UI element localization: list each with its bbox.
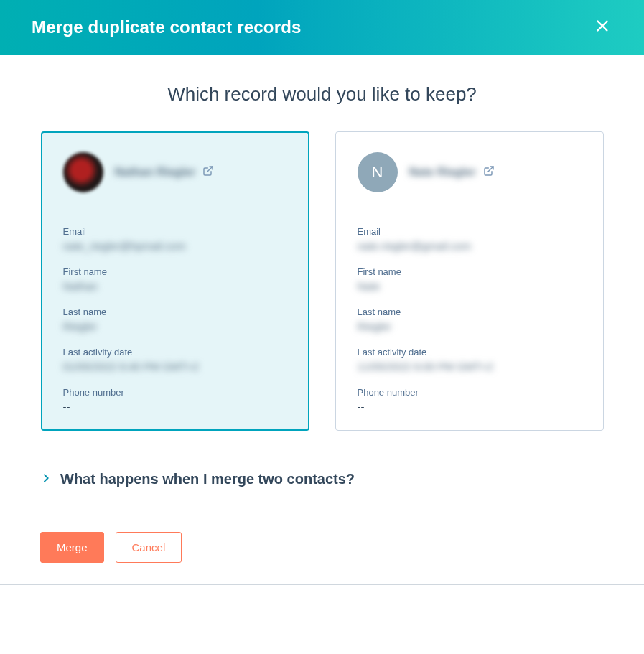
field-label-phone: Phone number [63, 387, 287, 398]
contact-name: Nathan Riegler [115, 166, 196, 179]
close-button[interactable] [592, 17, 612, 37]
record-card-primary[interactable]: Nathan Riegler Email nate_riegler@hpmail… [41, 131, 309, 431]
record-card-secondary[interactable]: N Nate Riegler Email nate.riegl [335, 131, 604, 431]
field-label-first-name: First name [63, 266, 287, 277]
field-value-first-name: Nate [358, 280, 582, 292]
field-value-phone: -- [63, 401, 287, 413]
dialog-header: Merge duplicate contact records [0, 0, 644, 55]
field-value-last-activity: 01/05/2022 6:40 PM GMT+2 [63, 360, 287, 373]
accordion-toggle[interactable]: What happens when I merge two contacts? [40, 471, 604, 487]
chevron-right-icon [40, 472, 52, 487]
avatar: N [358, 152, 398, 192]
avatar [63, 152, 103, 192]
dialog-footer: Merge Cancel [40, 532, 604, 563]
external-link-icon [202, 167, 214, 179]
open-record-link[interactable] [483, 165, 495, 179]
close-icon [594, 18, 610, 37]
merge-button[interactable]: Merge [40, 532, 104, 563]
accordion-title: What happens when I merge two contacts? [60, 471, 355, 487]
field-label-last-name: Last name [358, 307, 582, 317]
field-label-last-name: Last name [63, 307, 287, 317]
prompt-text: Which record would you like to keep? [40, 83, 604, 106]
dialog-title: Merge duplicate contact records [32, 17, 302, 37]
field-value-last-name: Riegler [63, 320, 287, 332]
field-value-first-name: Nathan [63, 280, 287, 292]
field-label-email: Email [63, 226, 287, 237]
divider [63, 210, 287, 210]
field-label-email: Email [358, 226, 582, 237]
divider [358, 210, 582, 210]
open-record-link[interactable] [202, 165, 214, 179]
field-label-last-activity: Last activity date [358, 347, 582, 358]
record-cards: Nathan Riegler Email nate_riegler@hpmail… [40, 131, 604, 431]
field-value-last-name: Riegler [358, 320, 582, 332]
field-value-last-activity: 11/05/2022 6:00 PM GMT+2 [358, 360, 582, 373]
contact-name: Nate Riegler [409, 166, 476, 179]
field-label-last-activity: Last activity date [63, 347, 287, 358]
field-value-email: nate_riegler@hpmail.com [63, 240, 287, 252]
cancel-button[interactable]: Cancel [116, 532, 182, 563]
avatar-initial: N [372, 163, 383, 182]
field-label-phone: Phone number [358, 387, 582, 398]
field-label-first-name: First name [358, 266, 582, 277]
field-value-phone: -- [358, 401, 582, 413]
external-link-icon [483, 167, 495, 179]
field-value-email: nate.riegler@gmail.com [358, 240, 582, 252]
